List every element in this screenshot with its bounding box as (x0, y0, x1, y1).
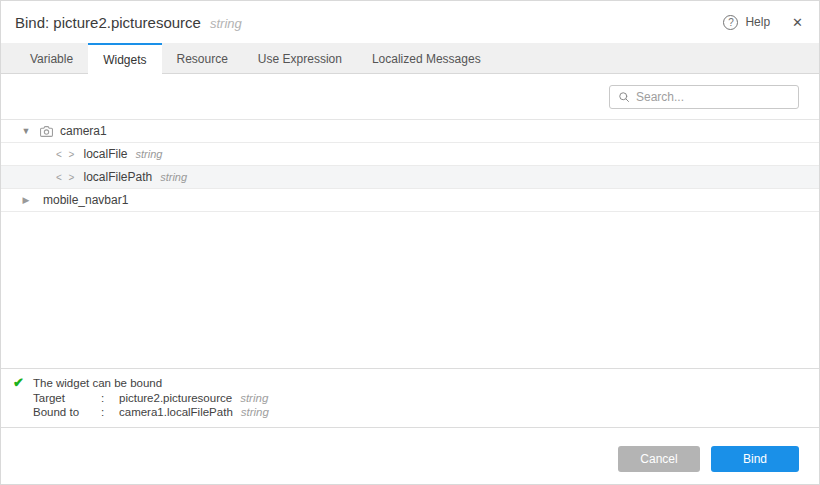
status-message: The widget can be bound (33, 376, 162, 391)
dialog-title-wrap: Bind: picture2.picturesource string (15, 14, 242, 31)
code-icon: < > (56, 149, 76, 160)
dialog-title: Bind: picture2.picturesource (15, 14, 201, 31)
tab-variable[interactable]: Variable (15, 43, 88, 73)
status-target-label: Target (33, 391, 101, 406)
search-toolbar (1, 74, 819, 119)
search-icon (618, 91, 630, 103)
tree-label: mobile_navbar1 (43, 193, 128, 207)
caret-down-icon[interactable]: ▼ (21, 126, 31, 136)
dialog-footer: Cancel Bind (1, 428, 819, 484)
tree-row-localfile[interactable]: < > localFile string (1, 143, 819, 166)
tab-resource[interactable]: Resource (162, 43, 243, 73)
code-icon: < > (56, 172, 76, 183)
tree-type: string (160, 171, 187, 183)
status-target-row: Target : picture2.picturesource string (33, 391, 269, 406)
status-boundto-type: string (241, 405, 269, 420)
bind-button[interactable]: Bind (711, 446, 799, 472)
status-boundto-row: Bound to : camera1.localFilePath string (33, 405, 269, 420)
search-input[interactable] (636, 90, 790, 104)
status-target-value: picture2.picturesource (119, 391, 232, 406)
tree-type: string (135, 148, 162, 160)
status-boundto-value: camera1.localFilePath (119, 405, 233, 420)
tab-bar: Variable Widgets Resource Use Expression… (1, 43, 819, 74)
status-separator: : (101, 391, 119, 406)
help-icon[interactable]: ? (723, 15, 738, 30)
tree-row-camera1[interactable]: ▼ camera1 (1, 120, 819, 143)
status-separator: : (101, 405, 119, 420)
tab-use-expression[interactable]: Use Expression (243, 43, 357, 73)
check-icon: ✔ (13, 376, 33, 390)
dialog-header: Bind: picture2.picturesource string ? He… (1, 1, 819, 43)
caret-right-icon[interactable]: ▶ (21, 195, 31, 205)
tree-label: localFile (83, 147, 127, 161)
status-lines: The widget can be bound Target : picture… (33, 376, 269, 420)
status-message-row: The widget can be bound (33, 376, 269, 391)
tree-row-localfilepath[interactable]: < > localFilePath string (1, 166, 819, 189)
status-target-type: string (240, 391, 268, 406)
cancel-button[interactable]: Cancel (618, 446, 700, 472)
tab-widgets[interactable]: Widgets (88, 43, 161, 74)
header-actions: ? Help ✕ (723, 15, 803, 30)
bind-status-panel: ✔ The widget can be bound Target : pictu… (1, 368, 819, 428)
close-icon[interactable]: ✕ (792, 15, 803, 30)
camera-icon (40, 125, 53, 138)
dialog-title-type: string (210, 16, 242, 31)
search-box[interactable] (609, 85, 799, 109)
widget-tree: ▼ camera1 < > localFile string < > local… (1, 119, 819, 212)
tab-localized-messages[interactable]: Localized Messages (357, 43, 496, 73)
empty-area (1, 212, 819, 368)
tree-label: camera1 (60, 124, 107, 138)
tree-row-mobile-navbar1[interactable]: ▶ mobile_navbar1 (1, 189, 819, 212)
help-link[interactable]: Help (745, 15, 770, 29)
bind-dialog: Bind: picture2.picturesource string ? He… (0, 0, 820, 485)
tree-label: localFilePath (83, 170, 152, 184)
status-boundto-label: Bound to (33, 405, 101, 420)
